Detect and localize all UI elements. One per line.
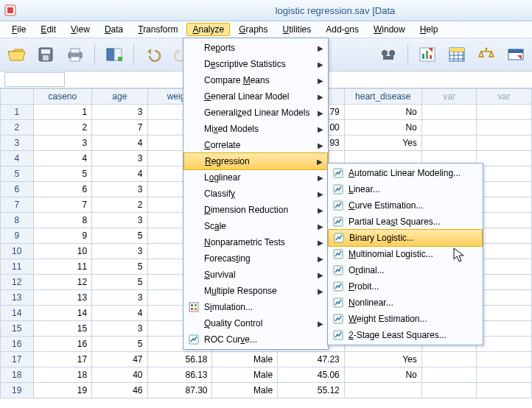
svg-rect-15	[422, 54, 424, 59]
menu-graphs[interactable]: Graphs	[233, 23, 273, 36]
row-header-blank[interactable]	[1, 89, 34, 105]
menu-item-correlate[interactable]: Correlate▶	[183, 137, 328, 153]
submenu-arrow-icon: ▶	[318, 206, 323, 214]
window-title: logistic regression.sav [Data	[139, 5, 532, 16]
menu-analyze[interactable]: Analyze	[186, 23, 230, 36]
svg-point-12	[389, 50, 395, 56]
submenu-arrow-icon: ▶	[318, 190, 323, 198]
regression-item-icon	[332, 200, 344, 211]
column-header-var[interactable]: var	[477, 89, 532, 105]
svg-rect-25	[195, 304, 197, 306]
menu-item-reports[interactable]: Reports▶	[183, 40, 328, 56]
menu-item-curve-estimation[interactable]: Curve Estimation...	[328, 197, 483, 214]
submenu-arrow-icon: ▶	[318, 255, 323, 263]
menu-item-roc-curve[interactable]: ROC Curve...	[183, 331, 328, 348]
menu-item-multinomial-logistic[interactable]: Multinomial Logistic...	[328, 246, 483, 262]
submenu-arrow-icon: ▶	[317, 158, 323, 166]
menu-item-regression[interactable]: Regression▶	[183, 152, 328, 170]
submenu-arrow-icon: ▶	[318, 174, 323, 182]
menu-item-linear[interactable]: Linear...	[328, 181, 483, 197]
regression-item-icon	[332, 313, 344, 325]
menu-transform[interactable]: Transform	[132, 23, 183, 36]
menu-view[interactable]: View	[65, 23, 96, 36]
menu-data[interactable]: Data	[99, 23, 129, 36]
open-button[interactable]	[4, 42, 28, 67]
value-labels-button[interactable]	[504, 42, 528, 67]
submenu-arrow-icon: ▶	[318, 320, 323, 328]
menu-window[interactable]: Window	[368, 23, 411, 36]
column-header-caseno[interactable]: caseno	[33, 89, 92, 105]
title-bar: logistic regression.sav [Data	[0, 0, 532, 21]
chart-builder-button[interactable]	[416, 42, 439, 67]
menu-addons[interactable]: Add-ons	[320, 23, 365, 36]
menu-item-mixed-models[interactable]: Mixed Models▶	[183, 121, 328, 137]
svg-rect-22	[508, 49, 523, 53]
menu-item-partial-least-squares[interactable]: Partial Least Squares...	[328, 214, 483, 230]
regression-item-icon	[332, 248, 344, 260]
table-row[interactable]: 17174756.18Male47.23Yes	[1, 352, 532, 367]
menu-item-generalized-linear-models[interactable]: Generalized Linear Models▶	[183, 105, 328, 121]
grid-button[interactable]	[445, 42, 469, 67]
simulation-icon	[188, 301, 200, 313]
menu-item-nonparametric-tests[interactable]: Nonparametric Tests▶	[183, 234, 328, 250]
menu-item-multiple-response[interactable]: Multiple Response▶	[183, 283, 328, 299]
menu-item-2-stage-least-squares[interactable]: 2-Stage Least Squares...	[328, 327, 483, 343]
regression-submenu[interactable]: Automatic Linear Modeling...Linear...Cur…	[327, 163, 483, 345]
submenu-arrow-icon: ▶	[318, 287, 323, 295]
regression-item-icon	[332, 297, 344, 309]
column-header-heart_disease[interactable]: heart_disease	[344, 89, 421, 105]
menu-item-quality-control[interactable]: Quality Control▶	[183, 315, 328, 331]
menu-item-simulation[interactable]: Simulation...	[183, 299, 328, 315]
column-header-age[interactable]: age	[92, 89, 147, 105]
svg-rect-27	[195, 308, 197, 310]
menu-item-automatic-linear-modeling[interactable]: Automatic Linear Modeling...	[328, 165, 483, 181]
regression-item-icon	[333, 232, 345, 244]
weight-cases-button[interactable]	[475, 42, 498, 67]
menu-item-weight-estimation[interactable]: Weight Estimation...	[328, 311, 483, 327]
table-row[interactable]: 18184086.13Male45.06No	[1, 367, 532, 383]
svg-rect-6	[71, 49, 80, 53]
svg-rect-8	[107, 49, 114, 60]
svg-rect-10	[118, 57, 122, 61]
regression-item-icon	[332, 183, 344, 195]
regression-item-icon	[332, 264, 344, 276]
svg-rect-4	[43, 55, 49, 60]
menu-item-descriptive-statistics[interactable]: Descriptive Statistics▶	[183, 56, 328, 72]
svg-rect-19	[449, 48, 464, 52]
menu-item-general-linear-model[interactable]: General Linear Model▶	[183, 88, 328, 105]
menu-item-loglinear[interactable]: Loglinear▶	[183, 169, 328, 186]
menu-help[interactable]: Help	[414, 23, 444, 36]
menu-item-compare-means[interactable]: Compare Means▶	[183, 72, 328, 88]
recall-dialog-button[interactable]	[102, 42, 126, 67]
menu-item-dimension-reduction[interactable]: Dimension Reduction▶	[183, 202, 328, 218]
find-button[interactable]	[377, 42, 400, 67]
menu-item-scale[interactable]: Scale▶	[183, 218, 328, 234]
regression-item-icon	[332, 167, 344, 179]
menu-item-survival[interactable]: Survival▶	[183, 267, 328, 283]
menu-bar: FileEditViewDataTransformAnalyzeGraphsUt…	[0, 21, 532, 38]
menu-item-binary-logistic[interactable]: Binary Logistic...	[328, 229, 483, 247]
menu-file[interactable]: File	[6, 23, 32, 36]
menu-edit[interactable]: Edit	[35, 23, 62, 36]
analyze-menu[interactable]: Reports▶Descriptive Statistics▶Compare M…	[183, 38, 329, 350]
column-header-var[interactable]: var	[421, 89, 477, 105]
menu-item-ordinal[interactable]: Ordinal...	[328, 262, 483, 278]
submenu-arrow-icon: ▶	[318, 222, 323, 231]
table-row[interactable]: 19194687.30Male55.12	[1, 383, 532, 398]
print-button[interactable]	[63, 42, 87, 67]
submenu-arrow-icon: ▶	[318, 271, 323, 279]
app-icon	[4, 4, 16, 16]
menu-item-classify[interactable]: Classify▶	[183, 186, 328, 202]
save-button[interactable]	[34, 42, 57, 67]
undo-button[interactable]	[141, 42, 165, 67]
submenu-arrow-icon: ▶	[318, 44, 323, 52]
menu-utilities[interactable]: Utilities	[277, 23, 318, 36]
submenu-arrow-icon: ▶	[318, 239, 323, 247]
svg-rect-16	[426, 51, 428, 59]
menu-item-nonlinear[interactable]: Nonlinear...	[328, 295, 483, 311]
name-box[interactable]	[4, 72, 65, 87]
menu-item-forecasting[interactable]: Forecasting▶	[183, 250, 328, 267]
svg-point-11	[382, 50, 388, 56]
regression-item-icon	[332, 216, 344, 228]
menu-item-probit[interactable]: Probit...	[328, 278, 483, 295]
